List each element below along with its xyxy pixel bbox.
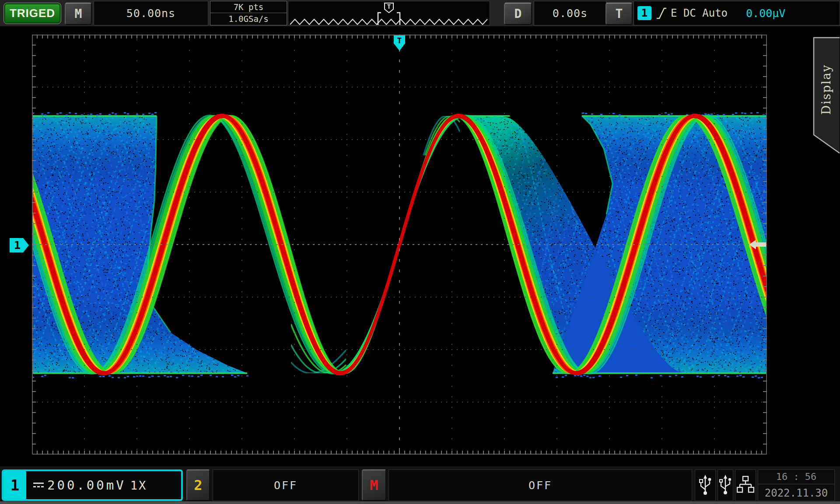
dc-coupling-icon: [32, 481, 45, 489]
trigger-source-badge: 1: [637, 6, 651, 20]
acquisition-info: 7K pts 1.0GSa/s: [210, 1, 287, 25]
horizontal-position-indicator[interactable]: T: [288, 1, 490, 25]
memory-zigzag: [290, 19, 487, 24]
usb-device-panel: [695, 469, 716, 501]
display-menu-tab-label[interactable]: Display: [813, 37, 840, 142]
math-state[interactable]: OFF: [388, 469, 692, 501]
bottom-strip: [0, 501, 840, 504]
math-button[interactable]: M: [362, 469, 386, 501]
trigger-level-arrow[interactable]: [749, 239, 766, 251]
rising-edge-icon: [656, 6, 667, 21]
channel1-probe: 1X: [130, 479, 147, 492]
channel1-info-block[interactable]: 1 200.00mV 1X: [2, 469, 183, 501]
memory-window-graphic: T: [288, 1, 490, 25]
usb-icon: [698, 474, 712, 497]
channel1-level-marker[interactable]: 1: [10, 238, 29, 252]
clock-time: 16 : 56: [758, 471, 834, 484]
channel2-state[interactable]: OFF: [213, 469, 359, 501]
lan-panel: [735, 469, 756, 501]
channel2-button[interactable]: 2: [186, 469, 210, 501]
horizontal-menu-button[interactable]: M: [65, 3, 92, 25]
usb-host-panel: [718, 469, 733, 501]
memory-depth: 7K pts: [210, 1, 287, 13]
usb-icon-2: [719, 474, 732, 496]
delay-menu-button[interactable]: D: [504, 3, 532, 25]
lan-icon: [737, 475, 754, 495]
trigger-info-panel: 1 E DC Auto 0.00µV: [634, 1, 840, 25]
channel1-scale: 200.00mV: [47, 478, 126, 493]
trigger-flag-label: T: [387, 3, 391, 10]
top-status-bar: TRIGED M 50.00ns 7K pts 1.0GSa/s T D 0.0…: [0, 0, 840, 26]
clock-date: 2022.11.30: [758, 487, 834, 499]
trigger-delay-value: 0.00s: [534, 1, 606, 25]
timebase-value: 50.00ns: [94, 1, 208, 25]
window-bracket-left: [378, 13, 381, 25]
trigger-mode-text: E DC Auto: [671, 7, 728, 19]
trigger-status-badge: TRIGED: [4, 3, 61, 24]
sample-rate: 1.0GSa/s: [210, 13, 287, 24]
clock-panel: 16 : 56 2022.11.30: [758, 469, 835, 501]
trigger-menu-button[interactable]: T: [606, 3, 633, 25]
channel1-button[interactable]: 1: [4, 471, 26, 499]
trigger-level-value: 0.00µV: [746, 7, 785, 20]
bottom-status-bar: 1 200.00mV 1X 2 OFF M OFF: [0, 466, 840, 504]
waveform-display[interactable]: [32, 35, 767, 455]
